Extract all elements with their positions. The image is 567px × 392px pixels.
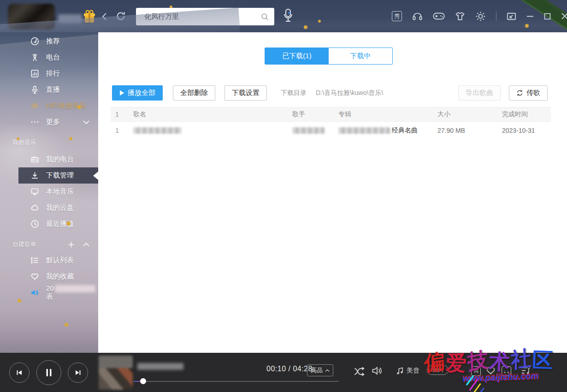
sidebar-item-label: 20表 [46, 284, 98, 301]
col-header-index: 1 [111, 111, 131, 118]
sidebar-item-default-list[interactable]: 默认列表 [18, 252, 98, 268]
sidebar-item-label: 电台 [46, 53, 60, 62]
xiu-show-icon[interactable]: 秀 [392, 11, 402, 21]
my-music-list: 我的电台 下载管理 本地音乐 [0, 148, 98, 232]
radio-box-icon [30, 155, 39, 164]
album-visible-text: 经典名曲 [392, 126, 418, 135]
tab-downloaded[interactable]: 已下载(1) [265, 48, 329, 64]
game-center-icon[interactable] [433, 12, 445, 21]
sidebar-item-live[interactable]: 直播 [18, 82, 98, 98]
col-header-artist: 歌手 [290, 110, 337, 119]
sidebar-item-hifi[interactable]: HiFi发烧音乐 [18, 98, 98, 114]
sidebar-item-my-favorites[interactable]: 我的收藏 [18, 268, 98, 285]
sidebar-item-recently-played[interactable]: 最近播放 [18, 216, 98, 232]
player-bar: 00:10 / 04:28 高品 美音 HiFi 词 [0, 353, 567, 392]
quality-selector[interactable]: 高品 [307, 364, 333, 376]
col-header-album: 专辑 [337, 110, 436, 119]
refresh-icon[interactable] [116, 11, 126, 21]
search-icon[interactable] [261, 13, 269, 21]
speaker-playing-icon [30, 288, 39, 297]
progress-bar[interactable] [134, 381, 339, 382]
previous-track-button[interactable] [9, 362, 30, 383]
download-dir-path: D:\喜马拉雅\kuwo\音乐\ [316, 89, 383, 97]
sidebar-item-user-playlist[interactable]: 20表 [18, 285, 98, 301]
chevron-down-icon[interactable] [83, 119, 90, 125]
transfer-songs-button[interactable]: 传歌 [509, 85, 548, 101]
nav-back-icon[interactable] [101, 12, 108, 21]
download-toolbar: 播放全部 全部删除 下载设置 下载目录 D:\喜马拉雅\kuwo\音乐\ 导出歌… [112, 85, 548, 101]
maximize-icon[interactable] [544, 13, 551, 20]
table-row[interactable]: 1 经典名曲 27.90 MB 2023-10-31 [111, 122, 551, 139]
collapse-chevron-up-icon[interactable] [83, 242, 90, 247]
sidebar-item-recommend[interactable]: 推荐 [18, 33, 98, 49]
username-blurred [58, 14, 82, 23]
headphones-icon[interactable] [412, 11, 423, 21]
topbar-divider [496, 12, 496, 21]
desktop-lyrics-icon[interactable] [502, 366, 511, 376]
lyrics-icon[interactable]: 词 [471, 366, 481, 376]
col-header-song: 歌名 [131, 110, 290, 119]
row-index: 1 [111, 127, 131, 134]
sidebar-item-download-manager[interactable]: 下载管理 [18, 167, 98, 184]
close-icon[interactable] [561, 12, 567, 20]
sidebar-item-label: 默认列表 [46, 256, 74, 265]
clock-icon [30, 220, 39, 228]
album-art-blurred[interactable] [99, 356, 133, 390]
progress-thumb[interactable] [140, 378, 146, 384]
firefly-decoration [65, 323, 68, 327]
sidebar-item-label: 我的云盘 [46, 203, 74, 212]
blurred-album-prefix [338, 127, 390, 134]
download-icon [30, 171, 39, 180]
sidebar: 推荐 电台 排行 [0, 32, 98, 353]
tab-downloading[interactable]: 下载中 [329, 48, 392, 64]
sidebar-item-more[interactable]: 更多 [18, 114, 98, 130]
monitor-icon [30, 187, 39, 196]
delete-all-button[interactable]: 全部删除 [173, 85, 215, 101]
export-songs-button[interactable]: 导出歌曲 [458, 85, 501, 101]
sidebar-item-label: 直播 [46, 85, 60, 94]
next-track-button[interactable] [68, 362, 88, 383]
download-dir-label: 下载目录 [281, 89, 307, 97]
mini-mode-icon[interactable] [507, 12, 516, 21]
shuffle-icon[interactable] [354, 367, 366, 376]
settings-gear-icon[interactable] [475, 11, 486, 22]
firefly-decoration [69, 137, 72, 140]
play-all-button[interactable]: 播放全部 [112, 85, 163, 101]
blurred-artist-name [292, 127, 325, 134]
minimize-icon[interactable] [526, 12, 534, 20]
kuwo-music-app: 秀 [0, 0, 567, 392]
sidebar-item-radio[interactable]: 电台 [18, 49, 98, 65]
col-header-finish-time: 完成时间 [500, 110, 551, 119]
sidebar-item-ranking[interactable]: 排行 [18, 65, 98, 82]
add-playlist-icon[interactable] [68, 241, 75, 248]
beauty-sound-control[interactable]: 美音 [396, 367, 419, 375]
pause-button[interactable] [36, 360, 61, 385]
download-manager-page: 已下载(1) 下载中 播放全部 全部删除 下载设置 下载目录 D:\喜马拉雅\k… [98, 32, 567, 353]
sidebar-item-my-cloud[interactable]: 我的云盘 [18, 200, 98, 216]
music-circle-icon [30, 37, 39, 46]
volume-icon[interactable] [372, 366, 383, 376]
sidebar-item-my-radio[interactable]: 我的电台 [18, 151, 98, 167]
firefly-decoration [17, 137, 19, 140]
radio-tower-icon [30, 53, 39, 62]
firefly-decoration [77, 105, 81, 109]
firefly-decoration [18, 299, 21, 303]
hifi-toggle[interactable]: HiFi [427, 365, 449, 375]
search-box [136, 8, 274, 25]
table-header-row: 1 歌名 歌手 专辑 大小 完成时间 [111, 107, 551, 122]
equalizer-icon [30, 101, 39, 110]
skin-theme-icon[interactable] [455, 12, 465, 21]
favorite-heart-icon[interactable] [486, 366, 496, 375]
voice-search-mic-icon[interactable] [283, 8, 294, 24]
sidebar-item-local-music[interactable]: 本地音乐 [18, 184, 98, 200]
gift-icon[interactable] [83, 10, 96, 24]
search-input[interactable] [136, 13, 261, 21]
topbar: 秀 [0, 0, 567, 32]
app-logo-blurred[interactable] [8, 4, 55, 30]
playlist-queue-icon[interactable] [521, 366, 531, 375]
firefly-decoration [66, 221, 71, 226]
sidebar-main-nav: 推荐 电台 排行 [0, 32, 98, 130]
finish-date: 2023-10-31 [500, 127, 551, 134]
topbar-right-icons: 秀 [392, 0, 567, 32]
download-settings-button[interactable]: 下载设置 [224, 85, 267, 101]
